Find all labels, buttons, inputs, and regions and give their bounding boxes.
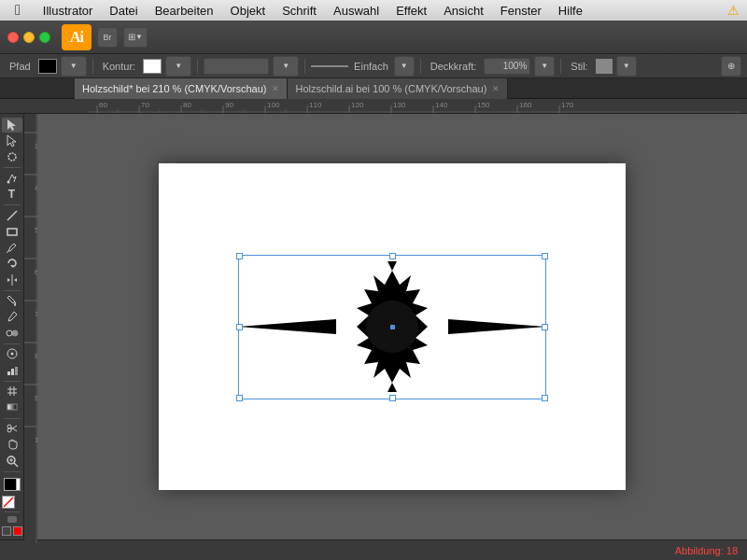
svg-text:90: 90 [225, 101, 233, 109]
tool-line[interactable] [2, 208, 22, 223]
warning-icon: ⚠ [727, 3, 740, 18]
svg-point-33 [8, 153, 16, 161]
br-button[interactable]: Br [97, 27, 118, 48]
menubar:  Illustrator Datei Bearbeiten Objekt Sc… [0, 0, 747, 21]
main-area: T [0, 114, 747, 539]
tool-pen[interactable] [2, 171, 22, 186]
auswahl-menu[interactable]: Auswahl [326, 0, 387, 21]
ansicht-menu[interactable]: Ansicht [436, 0, 491, 21]
style-swatch[interactable] [596, 59, 613, 74]
style-dropdown[interactable]: ▼ [616, 56, 637, 77]
apple-menu[interactable]:  [7, 0, 28, 21]
color-swatches[interactable] [2, 476, 22, 493]
svg-text:130: 130 [393, 101, 406, 109]
stroke-options-button[interactable]: ▼ [165, 56, 191, 77]
maximize-button[interactable] [39, 32, 50, 43]
tool-graph[interactable] [2, 362, 22, 377]
svg-rect-36 [7, 229, 17, 235]
tab-0-label: Holzschild* bei 210 % (CMYK/Vorschau) [82, 83, 266, 94]
fill-options-button[interactable]: ▼ [61, 56, 87, 77]
hilfe-menu[interactable]: Hilfe [551, 0, 590, 21]
stroke-width-input[interactable] [204, 58, 269, 75]
svg-marker-82 [448, 319, 546, 334]
toolbar-sep-3 [4, 290, 21, 291]
tool-lasso[interactable] [2, 149, 22, 164]
tool-gradient[interactable] [2, 399, 22, 414]
bearbeiten-menu[interactable]: Bearbeiten [148, 0, 221, 21]
svg-point-45 [10, 353, 13, 356]
canvas-background [37, 114, 747, 539]
canvas-section: 3 4 5 6 7 8 9 10 [24, 114, 747, 539]
tool-mesh[interactable] [2, 384, 22, 399]
tool-zoom[interactable] [2, 453, 22, 468]
tabs-row: Holzschild* bei 210 % (CMYK/Vorschau) ✕ … [0, 78, 747, 99]
tool-mirror[interactable] [2, 272, 22, 287]
svg-marker-81 [238, 319, 336, 334]
tool-scissors[interactable] [2, 421, 22, 436]
tool-blend[interactable] [2, 326, 22, 341]
tool-symbol[interactable] [2, 346, 22, 361]
close-button[interactable] [7, 32, 19, 43]
kontur-label: Kontur: [99, 61, 139, 72]
stroke-line-visual [311, 65, 348, 67]
objekt-menu[interactable]: Objekt [223, 0, 274, 21]
titlebar: Ai Br ⊞ ▼ [0, 21, 747, 54]
schrift-menu[interactable]: Schrift [275, 0, 324, 21]
divider-4 [420, 59, 421, 74]
svg-text:150: 150 [477, 101, 490, 109]
svg-marker-40 [7, 278, 10, 282]
stroke-style-dropdown[interactable]: ▼ [394, 56, 415, 77]
divider-1 [92, 59, 93, 74]
minimize-button[interactable] [23, 32, 35, 43]
fg-swatch[interactable] [4, 478, 17, 491]
statusbar: Abbildung: 18 [0, 539, 747, 560]
mode-btn-2[interactable] [13, 526, 22, 536]
stroke-dropdown-icon: ▼ [175, 62, 182, 70]
tab-0[interactable]: Holzschild* bei 210 % (CMYK/Vorschau) ✕ [75, 78, 288, 99]
effekt-menu[interactable]: Effekt [388, 0, 434, 21]
svg-text:70: 70 [141, 101, 149, 109]
fenster-menu[interactable]: Fenster [493, 0, 549, 21]
mode-btn-1[interactable] [2, 526, 11, 536]
tool-paintbucket[interactable] [2, 293, 22, 308]
tool-pencil[interactable] [2, 240, 22, 255]
canvas-area[interactable] [37, 114, 747, 539]
none-icon[interactable] [2, 496, 15, 509]
tool-hand[interactable] [2, 437, 22, 452]
illustrator-menu[interactable]: Illustrator [35, 0, 100, 21]
opacity-input[interactable] [484, 58, 530, 75]
tool-type[interactable]: T [2, 187, 22, 202]
tool-rotate[interactable] [2, 256, 22, 271]
stroke-width-dropdown[interactable]: ▼ [273, 56, 299, 77]
svg-marker-41 [14, 278, 17, 282]
view-options-button[interactable]: ⊞ ▼ [123, 27, 148, 48]
svg-line-62 [4, 497, 13, 507]
tab-1-close[interactable]: ✕ [492, 84, 500, 93]
divider-2 [197, 59, 198, 74]
fill-swatch[interactable] [38, 59, 57, 74]
toolbar-sep-1 [4, 167, 21, 168]
tab-0-close[interactable]: ✕ [272, 84, 279, 93]
tab-1[interactable]: Holzschild.ai bei 100 % (CMYK/Vorschau) … [288, 78, 508, 99]
dropdown-icon: ▼ [135, 33, 143, 41]
tab-1-label: Holzschild.ai bei 100 % (CMYK/Vorschau) [295, 83, 486, 94]
settings-icon-button[interactable]: ⊕ [721, 56, 741, 77]
tool-direct-selection[interactable] [2, 133, 22, 148]
tool-rectangle[interactable] [2, 224, 22, 239]
tool-small-1[interactable] [7, 516, 17, 523]
artboard[interactable] [159, 163, 626, 490]
svg-text:100: 100 [267, 101, 280, 109]
style-dropdown-icon: ▼ [623, 62, 630, 70]
optionsbar: Pfad ▼ Kontur: ▼ ▼ Einfach ▼ Deckkraft: … [0, 54, 747, 78]
shape-container[interactable] [238, 255, 546, 399]
svg-text:160: 160 [519, 101, 532, 109]
tool-eyedropper[interactable] [2, 309, 22, 324]
opacity-dropdown[interactable]: ▼ [534, 56, 555, 77]
artwork-shape [238, 255, 546, 399]
stroke-swatch[interactable] [143, 59, 162, 74]
stroke-preview: Einfach ▼ [311, 56, 415, 77]
datei-menu[interactable]: Datei [102, 0, 145, 21]
ruler-marks-top: 60 70 80 90 100 110 120 130 140 150 [88, 99, 747, 113]
toolbar-sep-5 [4, 381, 21, 382]
tool-selection[interactable] [2, 118, 22, 133]
